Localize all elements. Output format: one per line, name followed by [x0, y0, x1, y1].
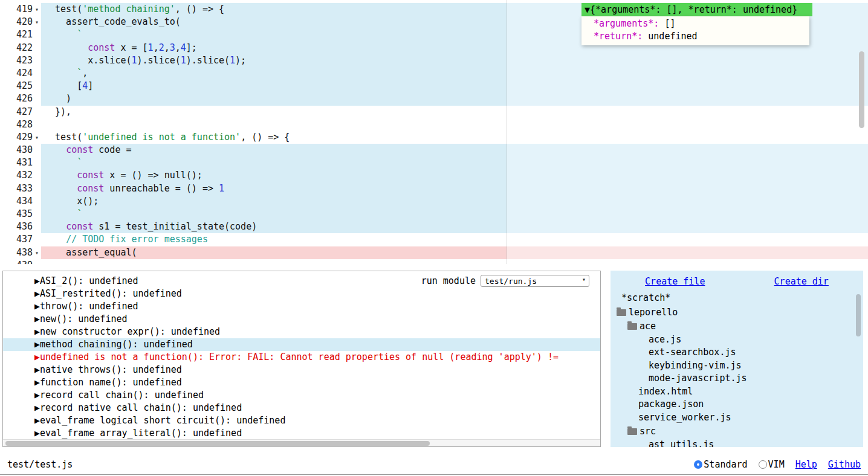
module-select[interactable]: test/run.js: [481, 275, 589, 287]
code-line[interactable]: 425 [4]: [0, 80, 868, 92]
radio-unselected-icon[interactable]: [759, 460, 767, 469]
collapse-triangle-icon[interactable]: ▼: [585, 4, 590, 15]
output-line[interactable]: ▶native throws(): undefined: [3, 364, 600, 376]
tooltip-entry[interactable]: *return*: undefined: [581, 30, 809, 43]
tooltip-entry[interactable]: *arguments*: []: [581, 18, 809, 30]
code-text[interactable]: const x = () => null();: [41, 169, 868, 182]
output-line[interactable]: ▶throw(): undefined: [3, 300, 600, 313]
code-text[interactable]: }),: [41, 106, 868, 118]
output-line[interactable]: ▶function name(): undefined: [3, 376, 600, 389]
code-text[interactable]: [41, 259, 868, 264]
output-line[interactable]: ▶new constructor expr(): undefined: [3, 326, 600, 338]
folder-item[interactable]: src: [611, 425, 863, 439]
expand-icon[interactable]: ▶: [34, 301, 40, 312]
file-item[interactable]: mode-javascript.js: [611, 372, 863, 385]
radio-selected-icon[interactable]: [694, 460, 702, 469]
file-item[interactable]: package.json: [611, 398, 863, 411]
code-line[interactable]: 427 }),: [0, 106, 868, 118]
expand-icon[interactable]: ▶: [34, 326, 40, 337]
code-line[interactable]: 439: [0, 259, 868, 264]
code-text[interactable]: ): [41, 92, 868, 105]
folder-item[interactable]: leporello: [611, 306, 863, 320]
code-text[interactable]: [4]: [41, 80, 868, 92]
files-vertical-scrollbar[interactable]: [856, 294, 861, 336]
expand-icon[interactable]: ▶: [34, 415, 40, 426]
code-token: assert_equal(: [44, 247, 137, 258]
code-token: x();: [44, 196, 99, 207]
output-horizontal-scrollbar[interactable]: [3, 439, 600, 446]
fold-toggle-icon[interactable]: ▾: [33, 3, 41, 16]
output-line[interactable]: ▶record native call chain(): undefined: [3, 402, 600, 414]
create-dir-link[interactable]: Create dir: [774, 276, 829, 287]
code-line[interactable]: 437 // TODO fix error messages: [0, 233, 868, 246]
output-line[interactable]: ▶new(): undefined: [3, 313, 600, 326]
output-line[interactable]: ▶ASI_restrited(): undefined: [3, 288, 600, 300]
code-text[interactable]: `: [41, 156, 868, 169]
code-text[interactable]: assert_equal(: [41, 246, 868, 259]
file-item[interactable]: ast_utils.js: [611, 439, 863, 448]
fold-toggle-icon[interactable]: ▾: [33, 131, 41, 144]
expand-icon[interactable]: ▶: [34, 390, 40, 400]
code-line[interactable]: 426 ): [0, 92, 868, 105]
code-text[interactable]: const unreachable = () => 1: [41, 182, 868, 195]
code-text[interactable]: `,: [41, 67, 868, 80]
code-text[interactable]: [41, 118, 868, 131]
code-line[interactable]: 428: [0, 118, 868, 131]
output-line[interactable]: ▶record call chain(): undefined: [3, 389, 600, 402]
code-text[interactable]: x.slice(1).slice(1).slice(1);: [41, 54, 868, 67]
code-text[interactable]: const s1 = test_initial_state(code): [41, 220, 868, 233]
file-label: package.json: [638, 398, 704, 411]
file-item[interactable]: ace.js: [611, 333, 863, 347]
keybinding-vim-option[interactable]: VIM: [759, 459, 785, 470]
code-line[interactable]: 423 x.slice(1).slice(1).slice(1);: [0, 54, 868, 67]
editor-vertical-scrollbar[interactable]: [859, 51, 864, 128]
code-line[interactable]: 429▾ test('undefined is not a function',…: [0, 131, 868, 144]
fold-toggle-icon[interactable]: ▾: [33, 246, 41, 259]
code-line[interactable]: 432 const x = () => null();: [0, 169, 868, 182]
expand-icon[interactable]: ▶: [34, 288, 40, 299]
output-scrollbar-thumb[interactable]: [5, 441, 430, 446]
file-item[interactable]: *scratch*: [611, 292, 863, 305]
code-text[interactable]: x();: [41, 195, 868, 208]
tooltip-header[interactable]: ▼{*arguments*: [], *return*: undefined}: [581, 3, 812, 16]
code-token: ,: [164, 42, 170, 53]
expand-icon[interactable]: ▶: [34, 377, 40, 388]
output-line[interactable]: ▶method chaining(): undefined: [3, 338, 600, 351]
code-text[interactable]: `: [41, 208, 868, 220]
code-line[interactable]: 433 const unreachable = () => 1: [0, 182, 868, 195]
expand-icon[interactable]: ▶: [34, 428, 40, 439]
code-line[interactable]: 424 `,: [0, 67, 868, 80]
code-line[interactable]: 430 const code =: [0, 144, 868, 156]
file-item[interactable]: service_worker.js: [611, 411, 863, 425]
output-line[interactable]: ▶eval_frame logical short circuit(): und…: [3, 414, 600, 427]
help-link[interactable]: Help: [795, 459, 817, 470]
create-file-link[interactable]: Create file: [645, 276, 705, 287]
fold-spacer: [33, 67, 41, 80]
code-line[interactable]: 438▾ assert_equal(: [0, 246, 868, 259]
code-line[interactable]: 434 x();: [0, 195, 868, 208]
expand-icon[interactable]: ▶: [34, 364, 40, 375]
keybinding-standard-option[interactable]: Standard: [694, 459, 747, 470]
code-editor[interactable]: 419▾ test('method chaining', () => {420▾…: [0, 0, 868, 264]
expand-icon[interactable]: ▶: [34, 352, 40, 362]
code-text[interactable]: test('undefined is not a function', () =…: [41, 131, 868, 144]
github-link[interactable]: Github: [828, 459, 861, 470]
file-item[interactable]: ext-searchbox.js: [611, 346, 863, 359]
code-line[interactable]: 435 `: [0, 208, 868, 220]
code-line[interactable]: 436 const s1 = test_initial_state(code): [0, 220, 868, 233]
expand-icon[interactable]: ▶: [34, 275, 40, 286]
code-line[interactable]: 431 `: [0, 156, 868, 169]
code-text[interactable]: // TODO fix error messages: [41, 233, 868, 246]
file-item[interactable]: keybinding-vim.js: [611, 359, 863, 373]
expand-icon[interactable]: ▶: [34, 402, 40, 413]
expand-icon[interactable]: ▶: [34, 314, 40, 324]
expand-icon[interactable]: ▶: [34, 339, 40, 350]
code-token: [44, 42, 88, 53]
test-output-panel: ▶ASI_2(): undefined▶ASI_restrited(): und…: [2, 271, 601, 447]
code-text[interactable]: const code =: [41, 144, 868, 156]
file-item[interactable]: index.html: [611, 385, 863, 399]
folder-item[interactable]: ace: [611, 320, 863, 333]
output-line[interactable]: ▶undefined is not a function(): Error: F…: [3, 351, 600, 364]
fold-toggle-icon[interactable]: ▾: [33, 16, 41, 28]
output-line[interactable]: ▶eval_frame array_literal(): undefined: [3, 427, 600, 440]
